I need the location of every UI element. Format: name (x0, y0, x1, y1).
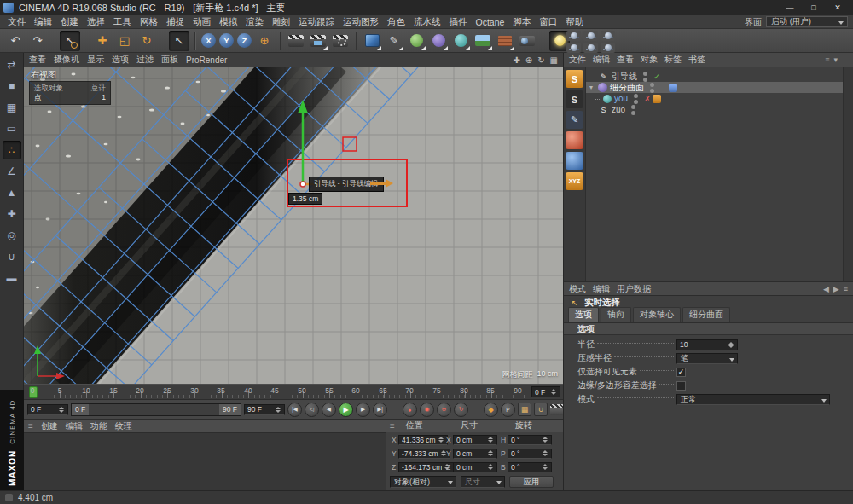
undo-icon[interactable]: ↶ (5, 31, 26, 51)
menu-mograph[interactable]: 运动图形 (339, 16, 383, 28)
object-name[interactable]: 细分曲面 (610, 82, 644, 94)
visibility-dots[interactable] (650, 83, 654, 93)
viewport-menu-filter[interactable]: 过滤 (136, 54, 154, 66)
visibility-dots[interactable] (643, 72, 647, 82)
spinner-icon[interactable] (542, 437, 548, 443)
blue-sphere-icon[interactable] (566, 152, 583, 170)
coordinate-system-icon[interactable]: ⊕ (254, 31, 275, 51)
menu-pipeline[interactable]: 流水线 (409, 16, 445, 28)
menu-edit[interactable]: 编辑 (30, 16, 56, 28)
viewport-menu-view[interactable]: 查看 (29, 54, 46, 66)
palette-spheres-icon[interactable] (566, 31, 581, 41)
spinner-icon[interactable] (542, 464, 548, 470)
history-back-icon[interactable]: ◀ (823, 285, 829, 293)
object-name[interactable]: zuo (612, 105, 625, 114)
parameter-mode-button[interactable]: P (501, 403, 515, 417)
autokey-button[interactable]: ◉ (420, 403, 434, 417)
lock-x-axis-icon[interactable]: X (201, 33, 216, 48)
mode-dropdown[interactable]: 正常 (676, 394, 830, 405)
object-name[interactable]: you (614, 94, 628, 103)
range-end-grip[interactable]: 90 F (219, 404, 241, 415)
lock-z-axis-icon[interactable]: Z (237, 33, 252, 48)
palette-spheres-icon[interactable] (601, 43, 615, 53)
palette-spheres-icon[interactable] (583, 31, 598, 41)
expand-arrow-icon[interactable]: ▾ (589, 84, 598, 91)
cube-primitive-icon[interactable] (362, 31, 382, 51)
model-mode-icon[interactable]: ■ (3, 77, 21, 96)
sweep-s-icon[interactable]: S (566, 90, 583, 108)
am-menu-mode[interactable]: 模式 (569, 283, 586, 295)
spinner-icon[interactable] (58, 407, 65, 413)
render-view-icon[interactable] (286, 31, 306, 51)
previous-key-button[interactable]: ◁ (305, 403, 319, 417)
render-picture-viewer-icon[interactable] (308, 31, 328, 51)
make-editable-icon[interactable]: ⇄ (3, 55, 21, 74)
enable-state-icon[interactable]: ✓ (652, 72, 662, 81)
palette-spheres-icon[interactable] (601, 31, 615, 41)
panel-menu-icon[interactable]: ≡ (28, 421, 33, 431)
size-mode-dropdown[interactable]: 尺寸 (461, 476, 505, 488)
viewport-menu-options[interactable]: 选项 (112, 54, 129, 66)
floor-object-icon[interactable] (473, 31, 493, 51)
spinner-icon[interactable] (487, 437, 494, 443)
position-x-field[interactable]: 41.336 cm (398, 435, 448, 445)
menu-plugins[interactable]: 插件 (445, 16, 472, 28)
enable-axis-icon[interactable]: ✚ (3, 205, 21, 223)
am-options-icon[interactable]: ≡ (844, 285, 848, 293)
menu-character[interactable]: 角色 (383, 16, 409, 28)
polygons-mode-icon[interactable]: ▲ (3, 183, 21, 202)
menu-select[interactable]: 选择 (83, 16, 109, 28)
material-menu-edit[interactable]: 编辑 (66, 420, 83, 432)
material-menu-texture[interactable]: 纹理 (115, 420, 132, 432)
pan-view-icon[interactable]: ✚ (513, 55, 519, 65)
om-menu-tags[interactable]: 标签 (664, 54, 682, 66)
red-sphere-icon[interactable] (566, 131, 583, 149)
spline-s-icon[interactable]: S (566, 70, 583, 88)
rotation-p-field[interactable]: 0 ° (508, 449, 552, 459)
om-menu-edit[interactable]: 编辑 (593, 54, 610, 66)
viewport-menu-display[interactable]: 显示 (87, 54, 104, 66)
redo-icon[interactable]: ↷ (27, 31, 48, 51)
om-menu-view[interactable]: 查看 (617, 54, 634, 66)
viewport-menu-panel[interactable]: 面板 (161, 54, 178, 66)
object-row-guide[interactable]: ✎ 引导线 ✓ (586, 71, 843, 82)
previous-frame-button[interactable]: ◀ (322, 403, 336, 417)
edges-mode-icon[interactable]: ∠ (3, 162, 21, 181)
om-menu-objects[interactable]: 对象 (641, 54, 658, 66)
viewport-canvas[interactable]: 右视图 选取对象 总计 点 1 引导线 - 引导线编辑 1.35 cm 网格间距… (24, 67, 563, 384)
object-tag-icon[interactable] (653, 95, 661, 103)
range-start-grip[interactable]: 0 F (72, 404, 89, 415)
tolerant-selection-checkbox[interactable] (676, 381, 686, 391)
close-button[interactable]: ✕ (826, 0, 850, 15)
palette-spheres-icon[interactable] (566, 43, 581, 53)
menu-render[interactable]: 渲染 (241, 16, 268, 28)
record-keyframe-button[interactable]: ● (403, 403, 417, 417)
spinner-icon[interactable] (438, 437, 444, 443)
menu-octane[interactable]: Octane (472, 17, 509, 27)
menu-file[interactable]: 文件 (3, 16, 30, 28)
live-selection-tool-icon[interactable]: ↖ (60, 31, 80, 51)
goto-start-button[interactable]: |◀ (287, 403, 302, 417)
material-menu-function[interactable]: 功能 (90, 420, 107, 432)
visibility-dots[interactable] (631, 105, 635, 115)
radius-field[interactable]: 10 (676, 339, 738, 350)
record-position-toggle[interactable]: ⊕ (437, 403, 451, 417)
lock-y-axis-icon[interactable]: Y (219, 33, 234, 48)
menu-help[interactable]: 帮助 (561, 16, 588, 28)
timeline-ruler[interactable]: 0 5 10 15 20 25 30 35 40 45 50 55 60 65 … (24, 384, 563, 400)
selected-point[interactable] (300, 182, 305, 187)
enable-state-icon[interactable]: ✗ (642, 95, 653, 103)
end-frame-field[interactable]: 90 F (244, 404, 285, 415)
menu-tools[interactable]: 工具 (109, 16, 136, 28)
preview-range-slider[interactable]: 0 F 90 F (71, 403, 241, 416)
tab-object-axis[interactable]: 对象轴心 (633, 307, 681, 322)
menu-simulate[interactable]: 模拟 (215, 16, 241, 28)
am-menu-edit[interactable]: 编辑 (593, 283, 610, 295)
play-button[interactable]: ▶ (339, 403, 353, 417)
mograph-icon[interactable] (450, 31, 471, 51)
toggle-view-icon[interactable]: ▦ (550, 55, 558, 65)
deformer-icon[interactable] (428, 31, 449, 51)
size-z-field[interactable]: 0 cm (453, 462, 497, 472)
recent-tool-icon[interactable]: ↖ (169, 31, 189, 51)
grid-snap-icon[interactable]: ▦ (518, 403, 531, 416)
